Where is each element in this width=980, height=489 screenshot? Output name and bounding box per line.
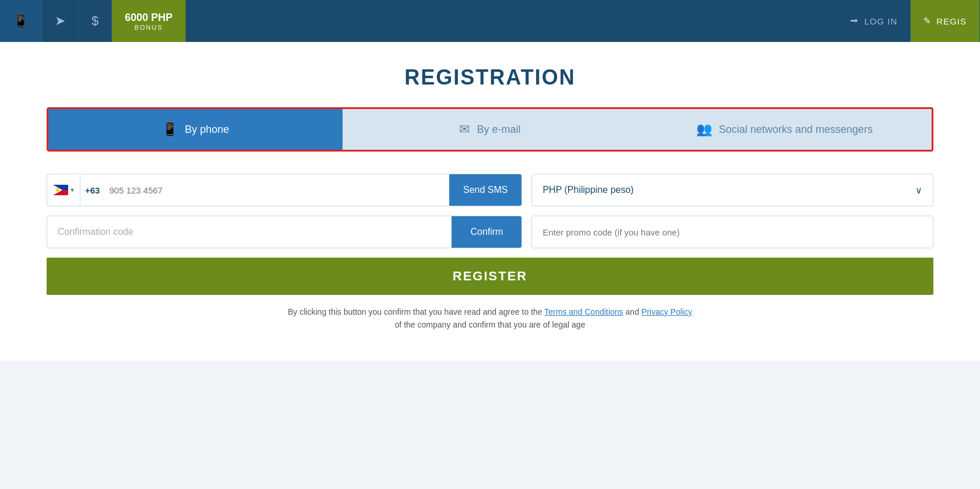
mobile-icon: 📱 (13, 13, 29, 29)
login-button[interactable]: ⮕ LOG IN (837, 0, 911, 42)
promo-code-input[interactable] (542, 227, 922, 237)
terms-conditions-link[interactable]: Terms and Conditions (544, 307, 623, 316)
dollar-icon: $ (91, 13, 98, 29)
registration-box: 📱 By phone ✉ By e-mail 👥 Social networks… (47, 107, 933, 152)
philippines-flag (53, 185, 68, 195)
tab-social-label: Social networks and messengers (719, 124, 873, 136)
main-content: REGISTRATION 📱 By phone ✉ By e-mail 👥 So… (0, 42, 980, 361)
tab-by-phone[interactable]: 📱 By phone (48, 109, 343, 150)
bonus-label: BONUS (135, 24, 163, 31)
telegram-icon: ➤ (55, 13, 65, 29)
currency-chevron-icon: ∨ (915, 185, 922, 196)
nav-telegram-icon[interactable]: ➤ (42, 0, 79, 42)
tab-by-email[interactable]: ✉ By e-mail (343, 109, 637, 150)
promo-code-input-group[interactable] (531, 216, 933, 248)
login-label: LOG IN (864, 16, 897, 26)
nav-mobile-icon[interactable]: 📱 (0, 0, 42, 42)
currency-selector[interactable]: PHP (Philippine peso) ∨ (531, 174, 933, 206)
currency-label: PHP (Philippine peso) (542, 185, 633, 195)
confirm-button[interactable]: Confirm (452, 216, 521, 248)
tab-email-label: By e-mail (477, 124, 520, 136)
register-label: REGIS (936, 16, 967, 26)
nav-bonus[interactable]: 6000 PHP BONUS (112, 0, 186, 42)
register-edit-icon: ✎ (923, 16, 932, 26)
phone-row: ▾ +63 Send SMS PHP (Philippine peso) ∨ (47, 174, 933, 206)
tab-social-networks[interactable]: 👥 Social networks and messengers (637, 109, 932, 150)
country-selector[interactable]: ▾ (47, 174, 80, 206)
register-button[interactable]: ✎ REGIS (911, 0, 980, 42)
login-icon: ⮕ (850, 16, 859, 26)
terms-text-2: and (626, 307, 639, 316)
page-title: REGISTRATION (47, 65, 933, 90)
bonus-amount: 6000 PHP (125, 12, 172, 24)
chevron-down-icon: ▾ (70, 186, 74, 194)
social-tab-icon: 👥 (696, 122, 712, 137)
terms-text-1: By clicking this button you confirm that… (288, 307, 542, 316)
register-button[interactable]: REGISTER (47, 258, 933, 295)
phone-prefix: +63 (80, 174, 104, 206)
terms-text-3: of the company and confirm that you are … (395, 320, 586, 329)
terms-disclaimer: By clicking this button you confirm that… (47, 305, 933, 332)
tab-phone-label: By phone (185, 124, 229, 136)
registration-form: ▾ +63 Send SMS PHP (Philippine peso) ∨ C… (47, 163, 933, 332)
top-navigation: 📱 ➤ $ 6000 PHP BONUS ⮕ LOG IN ✎ REGIS (0, 0, 980, 42)
phone-input[interactable] (104, 174, 449, 206)
confirmation-code-placeholder: Confirmation code (47, 216, 452, 248)
phone-input-group: ▾ +63 Send SMS (47, 174, 522, 206)
nav-right-actions: ⮕ LOG IN ✎ REGIS (837, 0, 980, 42)
privacy-policy-link[interactable]: Privacy Policy (641, 307, 692, 316)
registration-tabs: 📱 By phone ✉ By e-mail 👥 Social networks… (48, 109, 932, 150)
confirmation-row: Confirmation code Confirm (47, 216, 933, 248)
send-sms-button[interactable]: Send SMS (449, 174, 521, 206)
nav-dollar-icon[interactable]: $ (79, 0, 112, 42)
phone-tab-icon: 📱 (162, 122, 178, 137)
confirmation-input-group: Confirmation code Confirm (47, 216, 522, 248)
email-tab-icon: ✉ (459, 122, 470, 137)
confirmation-placeholder-text: Confirmation code (58, 227, 133, 237)
